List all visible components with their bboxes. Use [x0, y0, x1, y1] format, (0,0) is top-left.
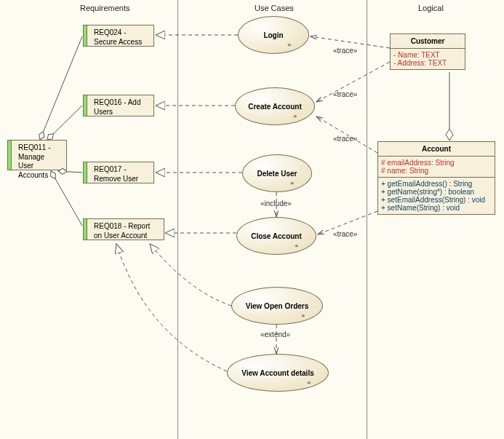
- lane-header-requirements: Requirements: [80, 4, 129, 12]
- class-customer-attrs: - Name: TEXT - Address: TEXT: [391, 49, 465, 69]
- class-customer[interactable]: Customer - Name: TEXT - Address: TEXT: [390, 33, 465, 70]
- link-icon: ⚭: [306, 379, 312, 387]
- svg-line-5: [47, 106, 82, 140]
- usecase-close-account[interactable]: Close Account ⚭: [236, 217, 316, 255]
- class-account-title: Account: [378, 142, 495, 157]
- usecase-view-account-details[interactable]: View Account details ⚭: [227, 354, 329, 392]
- usecase-view-account-details-label: View Account details: [241, 369, 313, 377]
- usecase-delete-user-label: Delete User: [257, 170, 297, 178]
- link-icon: ⚭: [289, 180, 295, 187]
- op-line: + getEmailAddress() : String: [381, 180, 492, 188]
- label-extend: «extend»: [260, 331, 290, 339]
- svg-line-4: [40, 36, 82, 140]
- req-016-label: REQ016 - Add Users: [94, 98, 140, 116]
- attr-line: - Name: TEXT: [393, 51, 462, 59]
- attr-line: - Address: TEXT: [393, 59, 462, 67]
- attr-line: # name: String: [381, 167, 492, 175]
- link-icon: ⚭: [287, 41, 292, 49]
- usecase-create-account-label: Create Account: [248, 103, 302, 111]
- req-024-label: REQ024 - Secure Access: [94, 28, 142, 46]
- label-trace-2: «trace»: [333, 90, 357, 98]
- attr-line: # emailAddress: String: [381, 159, 492, 167]
- link-icon: ⚭: [292, 113, 298, 120]
- class-account[interactable]: Account # emailAddress: String # name: S…: [377, 141, 495, 215]
- usecase-delete-user[interactable]: Delete User ⚭: [242, 154, 312, 192]
- label-trace-1: «trace»: [333, 47, 357, 55]
- req-011-label: REQ011 - Manage User Accounts: [18, 143, 50, 179]
- req-016[interactable]: REQ016 - Add Users: [83, 95, 154, 116]
- req-017[interactable]: REQ017 - Remove User: [83, 162, 154, 183]
- req-024[interactable]: REQ024 - Secure Access: [83, 25, 154, 47]
- req-018-label: REQ018 - Report on User Account: [94, 222, 150, 240]
- op-line: + setName(String) : void: [381, 204, 492, 212]
- lane-divider-1: [177, 0, 178, 439]
- op-line: + setEmailAddress(String) : void: [381, 196, 492, 204]
- usecase-view-open-orders-label: View Open Orders: [246, 302, 309, 310]
- usecase-login[interactable]: Login ⚭: [238, 16, 309, 54]
- class-customer-title: Customer: [391, 34, 465, 49]
- link-icon: ⚭: [294, 242, 300, 250]
- req-018[interactable]: REQ018 - Report on User Account: [83, 218, 164, 240]
- req-011[interactable]: REQ011 - Manage User Accounts: [7, 140, 67, 170]
- class-account-ops: + getEmailAddress() : String + getName(s…: [378, 178, 495, 214]
- svg-line-6: [58, 171, 82, 173]
- label-include: «include»: [260, 199, 292, 207]
- svg-line-7: [51, 171, 82, 226]
- op-line: + getName(string*) : boolean: [381, 188, 492, 196]
- usecase-close-account-label: Close Account: [251, 232, 302, 240]
- class-account-attrs: # emailAddress: String # name: String: [378, 157, 495, 178]
- lane-header-logical: Logical: [418, 4, 444, 12]
- usecase-login-label: Login: [263, 31, 283, 39]
- req-017-label: REQ017 - Remove User: [94, 165, 138, 183]
- link-icon: ⚭: [300, 312, 306, 320]
- label-trace-3: «trace»: [333, 135, 357, 143]
- lane-header-usecases: Use Cases: [255, 4, 294, 12]
- usecase-create-account[interactable]: Create Account ⚭: [235, 87, 315, 125]
- usecase-view-open-orders[interactable]: View Open Orders ⚭: [231, 287, 323, 325]
- label-trace-4: «trace»: [333, 230, 357, 238]
- lane-divider-2: [367, 0, 367, 439]
